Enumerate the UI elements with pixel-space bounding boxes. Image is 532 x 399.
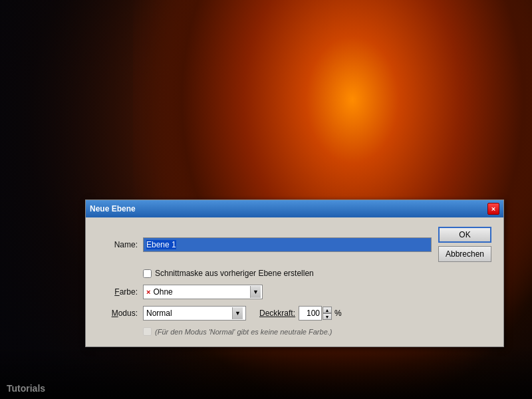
deckkraft-decrement[interactable]: ▼ <box>323 313 332 320</box>
abbrechen-button[interactable]: Abbrechen <box>438 246 491 262</box>
schnittmaske-checkbox[interactable] <box>143 269 152 278</box>
deckkraft-input[interactable] <box>299 306 322 321</box>
farbe-row: Farbe: × Ohne ▼ <box>98 285 491 299</box>
deckkraft-increment[interactable]: ▲ <box>323 307 332 313</box>
dialog-content: Name: OK Abbrechen Schnittmaske aus vorh… <box>86 217 503 346</box>
deckkraft-stepper: ▲ ▼ <box>323 307 332 320</box>
farbe-value: Ohne <box>153 287 172 297</box>
dialog-titlebar: Neue Ebene × <box>86 200 503 217</box>
dialog-title: Neue Ebene <box>90 204 487 213</box>
schnittmaske-row: Schnittmaske aus vorheriger Ebene erstel… <box>143 269 491 278</box>
bg-bottom <box>0 346 532 399</box>
deckkraft-unit: % <box>334 309 342 318</box>
name-label: Name: <box>98 240 138 249</box>
modus-value: Normal <box>146 309 232 318</box>
modus-row: Modus: Normal ▼ Deckkraft: ▲ ▼ % <box>98 306 491 321</box>
hint-text: (Für den Modus 'Normal' gibt es keine ne… <box>155 328 332 336</box>
bottom-text: Tutorials <box>7 383 45 394</box>
farbe-x-icon: × <box>146 288 150 296</box>
name-row: Name: OK Abbrechen <box>98 227 491 262</box>
deckkraft-area: Deckkraft: ▲ ▼ % <box>259 306 342 321</box>
name-input[interactable] <box>143 237 432 252</box>
farbe-dropdown[interactable]: × Ohne ▼ <box>143 285 263 299</box>
modus-dropdown-arrow[interactable]: ▼ <box>232 307 243 319</box>
deckkraft-label: Deckkraft: <box>259 309 295 318</box>
close-button[interactable]: × <box>487 203 499 215</box>
hint-checkbox[interactable] <box>143 327 152 336</box>
farbe-dropdown-arrow[interactable]: ▼ <box>250 286 261 298</box>
modus-dropdown[interactable]: Normal ▼ <box>143 306 246 321</box>
hint-row: (Für den Modus 'Normal' gibt es keine ne… <box>143 327 491 336</box>
schnittmaske-label: Schnittmaske aus vorheriger Ebene erstel… <box>155 269 314 278</box>
button-area: OK Abbrechen <box>438 227 491 262</box>
modus-label: Modus: <box>98 309 138 318</box>
farbe-label: Farbe: <box>98 287 138 297</box>
neue-ebene-dialog: Neue Ebene × Name: OK Abbrechen Schnittm… <box>85 200 504 347</box>
ok-button[interactable]: OK <box>438 227 491 243</box>
